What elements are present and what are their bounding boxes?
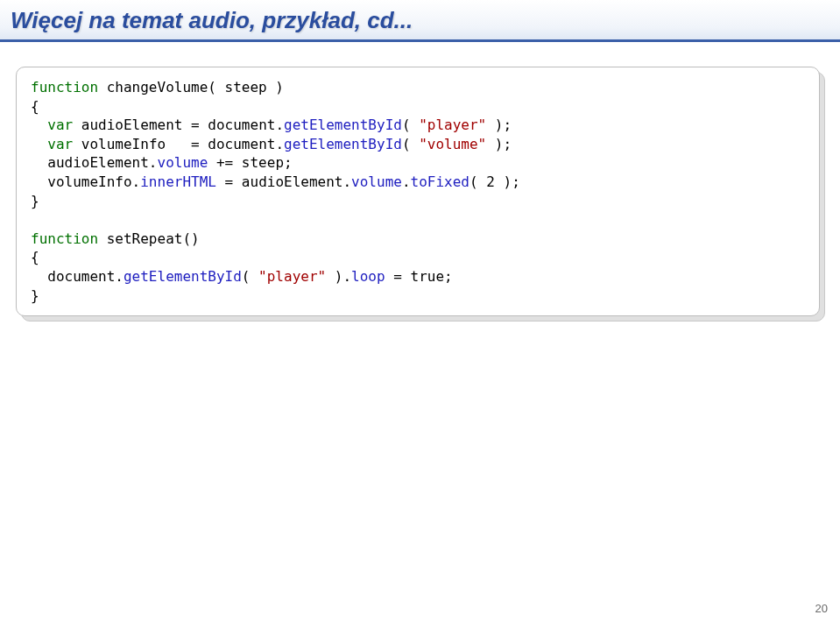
identifier: document: [208, 117, 275, 133]
member: getElementById: [124, 268, 242, 285]
member: getElementById: [284, 136, 402, 152]
brace-open: {: [31, 249, 39, 265]
string-literal: "player": [419, 117, 486, 133]
param: steep: [225, 79, 267, 95]
keyword-var: var: [47, 136, 73, 152]
operator-eq: =: [225, 173, 234, 190]
member: volume: [158, 154, 208, 171]
identifier: audioElement: [47, 154, 149, 171]
identifier: audioElement: [242, 173, 343, 190]
member: innerHTML: [140, 173, 216, 190]
slide-title: Więcej na temat audio, przykład, cd...: [11, 7, 829, 34]
keyword-function: function: [31, 79, 98, 95]
keyword-function: function: [31, 230, 98, 247]
code-block-container: function changeVolume( steep ) { var aud…: [16, 67, 820, 316]
slide-content: function changeVolume( steep ) { var aud…: [0, 42, 840, 332]
brace-close: }: [31, 287, 39, 304]
brace-open: {: [31, 98, 39, 115]
string-literal: "player": [258, 268, 326, 285]
operator-plus-eq: +=: [216, 154, 233, 171]
identifier: steep: [242, 154, 284, 171]
member: volume: [351, 173, 402, 190]
identifier: audioElement: [81, 117, 183, 133]
operator-eq: =: [191, 136, 200, 152]
function-name: changeVolume: [107, 79, 208, 95]
identifier: document: [208, 136, 275, 152]
number-literal: 2: [486, 173, 495, 190]
code-block: function changeVolume( steep ) { var aud…: [16, 67, 820, 316]
operator-eq: =: [191, 117, 200, 133]
page-number: 20: [815, 602, 828, 615]
boolean-literal: true: [411, 268, 445, 285]
identifier: volumeInfo: [81, 136, 166, 152]
function-name: setRepeat: [107, 230, 183, 247]
brace-close: }: [31, 193, 39, 209]
operator-eq: =: [393, 268, 402, 285]
identifier: document: [47, 268, 115, 285]
keyword-var: var: [47, 117, 73, 133]
identifier: volumeInfo: [47, 173, 131, 190]
member: loop: [351, 268, 385, 285]
member: toFixed: [411, 173, 469, 190]
slide-title-bar: Więcej na temat audio, przykład, cd...: [0, 0, 840, 42]
string-literal: "volume": [419, 136, 486, 152]
member: getElementById: [284, 117, 402, 133]
